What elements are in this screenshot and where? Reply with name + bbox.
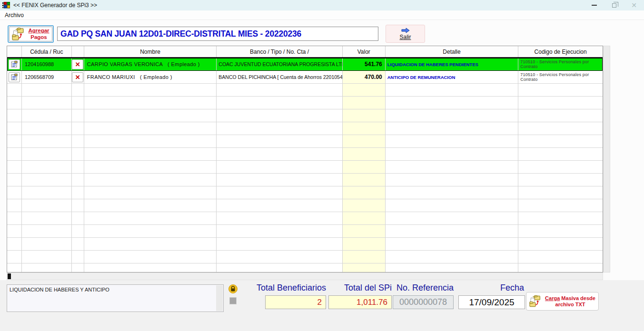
cell-banco: COAC JUVENTUD ECUATORIANA PROGRESISTA LT… xyxy=(217,58,343,71)
salir-button[interactable]: Salir xyxy=(386,25,425,43)
blue-arrow-right-icon xyxy=(401,28,410,33)
fecha-label: Fecha xyxy=(458,283,524,293)
empty-table-row xyxy=(7,84,603,97)
close-button[interactable]: ✕ xyxy=(624,0,644,10)
empty-table-row xyxy=(7,135,603,148)
referencia-value: 0000000078 xyxy=(399,297,447,307)
payments-grid: Cédula / Ruc Nombre Banco / Tipo / No. C… xyxy=(7,46,603,273)
header-nombre: Nombre xyxy=(84,46,217,57)
windows-logo-icon xyxy=(2,2,10,9)
empty-table-row xyxy=(7,174,603,186)
fecha-value: 17/09/2025 xyxy=(469,297,514,308)
carga-masiva-button[interactable]: Carga Masiva desde archivo TXT xyxy=(526,292,599,311)
cell-valor: 541.76 xyxy=(343,58,386,71)
row-delete-cell: ✕ xyxy=(72,58,84,71)
carga-masiva-label: Carga Masiva desde archivo TXT xyxy=(545,295,595,307)
descripcion-scrollbar[interactable] xyxy=(216,285,223,311)
agregar-pagos-label: Agregar Pagos xyxy=(28,28,49,40)
close-icon: ✕ xyxy=(631,2,637,9)
minimize-button[interactable] xyxy=(584,0,604,10)
cell-nombre: CARPIO VARGAS VERONICA ( Empleado ) xyxy=(84,58,217,71)
empty-table-row xyxy=(7,251,603,263)
row-icon-cell xyxy=(7,71,22,84)
header-banco: Banco / Tipo / No. Cta / xyxy=(217,46,343,57)
edit-row-button[interactable] xyxy=(9,72,20,82)
window-title: << FENIX Generador de SPi3 >> xyxy=(13,2,97,9)
header-detalle: Detalle xyxy=(386,46,519,57)
table-row[interactable]: 1206568709 ✕ FRANCO MARIUXI ( Empleado )… xyxy=(7,71,603,84)
empty-table-row xyxy=(7,225,603,238)
gray-square-indicator xyxy=(229,297,237,304)
footer-panel: LIQUIDACION DE HABERES Y ANTICIPO Total … xyxy=(0,280,644,331)
form-properties-icon xyxy=(11,74,18,80)
menubar: Archivo xyxy=(0,10,644,20)
cell-detalle: ANTICIPO DE REMUNERACION xyxy=(386,71,519,84)
cell-banco: BANCO DEL PICHINCHA [ Cuenta de Ahorros … xyxy=(217,71,343,84)
entity-title-text: GAD PQ SAN JUAN 12D01-DIREC-DISTRITAL MI… xyxy=(60,29,301,39)
grid-body: 1204160988 ✕ CARPIO VARGAS VERONICA ( Em… xyxy=(7,58,603,273)
total-spi-field: 1,011.76 xyxy=(328,295,392,309)
row-delete-cell: ✕ xyxy=(72,71,84,84)
empty-table-row xyxy=(7,238,603,251)
agregar-pagos-button[interactable]: Agregar Pagos xyxy=(8,25,54,43)
total-beneficiarios-field: 2 xyxy=(265,295,326,309)
form-properties-icon xyxy=(11,61,18,68)
referencia-label: No. Referencia xyxy=(393,283,454,293)
empty-table-row xyxy=(7,212,603,225)
menu-archivo[interactable]: Archivo xyxy=(0,12,28,19)
restore-button[interactable] xyxy=(604,0,624,10)
scrollbar-corner xyxy=(603,273,610,280)
folders-with-paper-icon xyxy=(529,295,543,308)
grid-header: Cédula / Ruc Nombre Banco / Tipo / No. C… xyxy=(7,46,603,58)
header-valor: Valor xyxy=(343,46,386,57)
header-cedula: Cédula / Ruc xyxy=(22,46,72,57)
total-beneficiarios-value: 2 xyxy=(317,298,322,307)
edit-row-button[interactable] xyxy=(9,59,20,69)
folders-with-paper-icon xyxy=(12,28,26,41)
row-icon-cell xyxy=(7,58,22,71)
table-row[interactable]: 1204160988 ✕ CARPIO VARGAS VERONICA ( Em… xyxy=(7,58,603,71)
cell-cedula: 1206568709 xyxy=(22,71,72,84)
minimize-icon xyxy=(592,5,597,6)
cell-detalle: LIQUIDACION DE HABERES PENDIENTES xyxy=(386,58,519,71)
cell-cedula: 1204160988 xyxy=(22,58,72,71)
total-spi-label: Total del SPi xyxy=(328,283,392,293)
empty-table-row xyxy=(7,97,603,109)
descripcion-text: LIQUIDACION DE HABERES Y ANTICIPO xyxy=(10,287,109,292)
vertical-scrollbar[interactable] xyxy=(603,46,610,273)
header-codigo: Codigo de Ejecucion xyxy=(518,46,603,57)
red-x-icon: ✕ xyxy=(75,74,80,80)
cell-nombre: FRANCO MARIUXI ( Empleado ) xyxy=(84,71,217,84)
delete-row-button[interactable]: ✕ xyxy=(72,59,83,69)
red-x-icon: ✕ xyxy=(75,61,80,68)
restore-icon xyxy=(612,3,616,8)
empty-table-row xyxy=(7,109,603,122)
fecha-field[interactable]: 17/09/2025 xyxy=(458,295,525,309)
descripcion-textarea[interactable]: LIQUIDACION DE HABERES Y ANTICIPO xyxy=(7,284,224,312)
titlebar: << FENIX Generador de SPi3 >> ✕ xyxy=(0,0,644,10)
empty-table-row xyxy=(7,186,603,199)
empty-table-row xyxy=(7,148,603,161)
salir-label: Salir xyxy=(399,34,411,40)
empty-table-row xyxy=(7,161,603,174)
app-window: << FENIX Generador de SPi3 >> ✕ Archivo … xyxy=(0,0,644,331)
entity-title-field[interactable]: GAD PQ SAN JUAN 12D01-DIREC-DISTRITAL MI… xyxy=(57,27,378,41)
horizontal-scrollbar-thumb[interactable] xyxy=(8,273,11,279)
empty-table-row xyxy=(7,263,603,273)
delete-row-button[interactable]: ✕ xyxy=(72,72,83,82)
total-beneficiarios-label: Total Beneficiarios xyxy=(248,283,326,293)
empty-table-row xyxy=(7,199,603,212)
horizontal-scrollbar[interactable] xyxy=(7,273,603,280)
empty-table-row xyxy=(7,122,603,135)
cell-codigo: 710510 - Servicios Personales por Contra… xyxy=(518,71,603,84)
padlock-icon[interactable] xyxy=(228,284,238,293)
cell-codigo: 710510 - Servicios Personales por Contra… xyxy=(518,58,603,71)
header-icon-col xyxy=(7,46,22,57)
referencia-field: 0000000078 xyxy=(393,295,454,309)
cell-valor: 470.00 xyxy=(343,71,386,84)
header-delete-col xyxy=(72,46,84,57)
total-spi-value: 1,011.76 xyxy=(357,298,387,307)
